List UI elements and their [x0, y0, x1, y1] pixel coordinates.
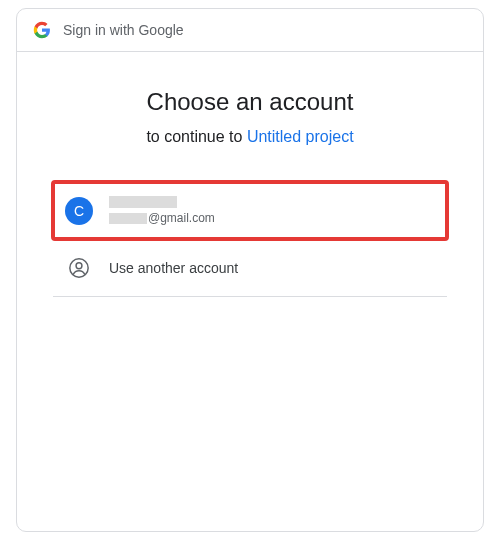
- avatar: C: [65, 197, 93, 225]
- account-email: @gmail.com: [109, 211, 215, 225]
- use-another-account-row[interactable]: Use another account: [53, 240, 447, 296]
- email-prefix-redacted: [109, 213, 147, 224]
- subtitle-prefix: to continue to: [146, 128, 247, 145]
- svg-point-1: [76, 263, 82, 269]
- subtitle: to continue to Untitled project: [17, 128, 483, 146]
- signin-card: Sign in with Google Choose an account to…: [16, 8, 484, 532]
- account-list: C @gmail.com U: [17, 182, 483, 297]
- divider: [53, 296, 447, 297]
- account-row[interactable]: C @gmail.com: [53, 182, 447, 239]
- content-area: Choose an account to continue to Untitle…: [17, 52, 483, 531]
- use-another-account-label: Use another account: [109, 260, 238, 276]
- account-name-redacted: [109, 196, 177, 208]
- email-suffix: @gmail.com: [148, 211, 215, 225]
- app-name-link[interactable]: Untitled project: [247, 128, 354, 145]
- card-header: Sign in with Google: [17, 9, 483, 52]
- account-text: @gmail.com: [109, 196, 215, 225]
- google-logo-icon: [33, 21, 51, 39]
- page-title: Choose an account: [17, 88, 483, 116]
- person-icon: [65, 254, 93, 282]
- header-label: Sign in with Google: [63, 22, 184, 38]
